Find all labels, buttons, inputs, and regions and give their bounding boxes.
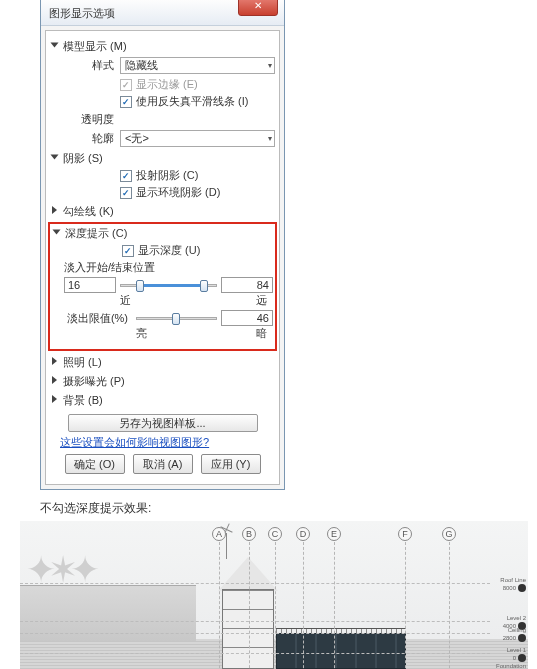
show-edges-check: 显示边缘 (E) xyxy=(120,77,275,92)
depth-cue-highlight: 深度提示 (C) 显示深度 (U) 淡入开始/结束位置 16 xyxy=(48,222,277,351)
near-label: 近 xyxy=(120,293,131,308)
expand-icon xyxy=(52,206,57,214)
slider-thumb-end[interactable] xyxy=(200,280,208,292)
level-label: Ceiling2800 xyxy=(503,627,526,642)
grid-marker: B xyxy=(242,527,256,541)
close-button[interactable]: ✕ xyxy=(238,0,278,16)
grid-marker: A xyxy=(212,527,226,541)
graphic-display-options-dialog: 图形显示选项 ✕ 模型显示 (M) 样式 隐藏线 ▾ xyxy=(40,0,285,490)
fade-range-slider: 16 84 近 远 xyxy=(64,277,273,308)
sketchy-header[interactable]: 勾绘线 (K) xyxy=(52,204,275,219)
checkbox-icon xyxy=(120,187,132,199)
fade-limit-label: 淡出限值(%) xyxy=(64,311,128,326)
dialog-titlebar: 图形显示选项 ✕ xyxy=(41,0,284,26)
checkbox-icon xyxy=(120,96,132,108)
fade-limit-slider: 淡出限值(%) 46 亮 暗 xyxy=(64,310,273,341)
ambient-shadows-check[interactable]: 显示环境阴影 (D) xyxy=(120,185,275,200)
fade-start-input[interactable]: 16 xyxy=(64,277,116,293)
exposure-section: 摄影曝光 (P) xyxy=(52,374,275,389)
fade-limit-track[interactable] xyxy=(136,311,217,325)
style-row: 样式 隐藏线 ▾ xyxy=(70,57,275,74)
model-display-section: 模型显示 (M) 样式 隐藏线 ▾ 显示边缘 (E) 使用反失真平滑线条 (I) xyxy=(52,39,275,147)
level-label: Foundation-800 xyxy=(496,663,526,669)
caption-no-depth: 不勾选深度提示效果: xyxy=(40,500,537,517)
grid-marker: F xyxy=(398,527,412,541)
elevation-preview: ✦✶✦ ABCDEFG Roof Line8000Level 24000Ceil… xyxy=(20,521,528,669)
lighting-section: 照明 (L) xyxy=(52,355,275,370)
dialog-button-bar: 确定 (O) 取消 (A) 应用 (Y) xyxy=(50,454,275,474)
expand-icon xyxy=(52,357,57,365)
level-label: Level 10 xyxy=(507,647,526,662)
expand-icon xyxy=(51,43,59,48)
shadows-section: 阴影 (S) 投射阴影 (C) 显示环境阴影 (D) xyxy=(52,151,275,200)
model-display-header[interactable]: 模型显示 (M) xyxy=(52,39,275,54)
ok-button[interactable]: 确定 (O) xyxy=(65,454,125,474)
checkbox-icon xyxy=(120,170,132,182)
dialog-title: 图形显示选项 xyxy=(49,7,115,19)
slider-thumb-start[interactable] xyxy=(136,280,144,292)
chevron-down-icon: ▾ xyxy=(268,134,272,143)
light-label: 亮 xyxy=(136,326,147,341)
transparency-label: 透明度 xyxy=(70,112,114,127)
apply-button[interactable]: 应用 (Y) xyxy=(201,454,261,474)
dialog-body: 模型显示 (M) 样式 隐藏线 ▾ 显示边缘 (E) 使用反失真平滑线条 (I) xyxy=(45,30,280,485)
expand-icon xyxy=(53,230,61,235)
depth-cue-header[interactable]: 深度提示 (C) xyxy=(54,226,273,241)
expand-icon xyxy=(52,376,57,384)
checkbox-icon xyxy=(120,79,132,91)
fade-limit-input[interactable]: 46 xyxy=(221,310,273,326)
shadows-header[interactable]: 阴影 (S) xyxy=(52,151,275,166)
expand-icon xyxy=(52,395,57,403)
level-line xyxy=(20,633,490,634)
level-line xyxy=(20,653,490,654)
style-label: 样式 xyxy=(70,58,114,73)
depth-cue-section: 深度提示 (C) 显示深度 (U) 淡入开始/结束位置 16 xyxy=(54,226,273,341)
grid-marker: C xyxy=(268,527,282,541)
far-label: 远 xyxy=(256,293,267,308)
silhouette-dropdown[interactable]: <无> ▾ xyxy=(120,130,275,147)
grid-marker: D xyxy=(296,527,310,541)
fade-position-label: 淡入开始/结束位置 xyxy=(64,260,273,275)
checkbox-icon xyxy=(122,245,134,257)
expand-icon xyxy=(51,155,59,160)
lighting-header[interactable]: 照明 (L) xyxy=(52,355,275,370)
cast-shadows-check[interactable]: 投射阴影 (C) xyxy=(120,168,275,183)
background-header[interactable]: 背景 (B) xyxy=(52,393,275,408)
slider-thumb[interactable] xyxy=(172,313,180,325)
transparency-row: 透明度 xyxy=(70,112,275,127)
fade-end-input[interactable]: 84 xyxy=(221,277,273,293)
help-link[interactable]: 这些设置会如何影响视图图形? xyxy=(60,435,275,450)
windmill-icon xyxy=(226,533,227,559)
show-depth-check[interactable]: 显示深度 (U) xyxy=(122,243,273,258)
dark-label: 暗 xyxy=(256,326,267,341)
grid-marker: G xyxy=(442,527,456,541)
save-as-template-button[interactable]: 另存为视图样板... xyxy=(68,414,258,432)
background-section: 背景 (B) xyxy=(52,393,275,408)
style-dropdown[interactable]: 隐藏线 ▾ xyxy=(120,57,275,74)
chevron-down-icon: ▾ xyxy=(268,61,272,70)
silhouette-row: 轮廓 <无> ▾ xyxy=(70,130,275,147)
level-line xyxy=(20,621,490,622)
silhouette-label: 轮廓 xyxy=(70,131,114,146)
level-line xyxy=(20,583,490,584)
level-label: Roof Line8000 xyxy=(500,577,526,592)
fade-range-track[interactable] xyxy=(120,278,217,292)
anti-alias-check[interactable]: 使用反失真平滑线条 (I) xyxy=(120,94,275,109)
cancel-button[interactable]: 取消 (A) xyxy=(133,454,193,474)
sketchy-section: 勾绘线 (K) xyxy=(52,204,275,219)
grid-marker: E xyxy=(327,527,341,541)
exposure-header[interactable]: 摄影曝光 (P) xyxy=(52,374,275,389)
